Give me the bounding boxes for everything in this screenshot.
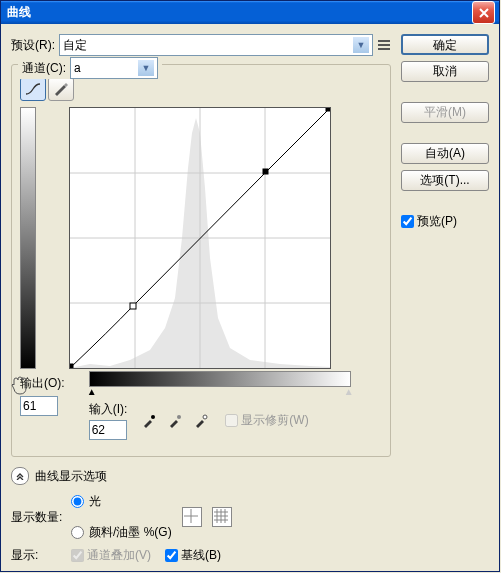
overlay-checkbox: 通道叠加(V) [71, 547, 151, 564]
close-button[interactable] [472, 1, 495, 24]
grid-fine-button[interactable] [212, 507, 232, 527]
grid-coarse-button[interactable] [182, 507, 202, 527]
light-radio[interactable]: 光 [71, 493, 172, 510]
curve-tool-button[interactable] [20, 77, 46, 101]
output-gradient [20, 107, 36, 369]
svg-rect-10 [130, 303, 136, 309]
svg-point-14 [177, 415, 181, 419]
white-slider[interactable]: ▲ [344, 386, 354, 397]
black-slider[interactable]: ▲ [87, 386, 97, 397]
expand-label: 曲线显示选项 [35, 468, 107, 485]
smooth-button: 平滑(M) [401, 102, 489, 123]
preview-checkbox[interactable]: 预览(P) [401, 213, 489, 230]
ink-radio[interactable]: 颜料/油墨 %(G) [71, 524, 172, 541]
preset-combo[interactable]: 自定 ▼ [59, 34, 373, 56]
input-gradient[interactable]: ▲ ▲ [89, 371, 351, 387]
svg-rect-11 [263, 169, 268, 174]
channel-label: 通道(C): [22, 60, 66, 77]
svg-rect-9 [70, 364, 73, 368]
black-eyedropper-icon[interactable] [139, 411, 159, 431]
ok-button[interactable]: 确定 [401, 34, 489, 55]
channel-value: a [74, 61, 81, 75]
channel-combo[interactable]: a ▼ [70, 57, 158, 79]
curve-fieldset: 通道(C): a ▼ [11, 64, 391, 457]
preset-label: 预设(R): [11, 37, 55, 54]
chevron-down-icon: ▼ [138, 60, 154, 76]
gray-eyedropper-icon[interactable] [165, 411, 185, 431]
intersect-checkbox[interactable]: 交叉线(N) [154, 570, 223, 572]
svg-rect-1 [378, 44, 390, 46]
show-clip-checkbox: 显示修剪(W) [225, 412, 308, 429]
svg-rect-2 [378, 48, 390, 50]
titlebar: 曲线 [1, 1, 499, 24]
auto-button[interactable]: 自动(A) [401, 143, 489, 164]
chevron-down-icon: ▼ [353, 37, 369, 53]
histogram-checkbox[interactable]: 直方图(H) [71, 570, 140, 572]
amount-label: 显示数量: [11, 509, 67, 526]
input-label: 输入(I): [89, 401, 128, 418]
hand-tool-icon[interactable] [8, 375, 30, 400]
pencil-tool-button[interactable] [48, 77, 74, 101]
svg-rect-0 [378, 40, 390, 42]
baseline-checkbox[interactable]: 基线(B) [165, 547, 221, 564]
show-label: 显示: [11, 547, 67, 564]
options-button[interactable]: 选项(T)... [401, 170, 489, 191]
cancel-button[interactable]: 取消 [401, 61, 489, 82]
svg-point-13 [151, 415, 155, 419]
preset-menu-icon[interactable] [377, 38, 391, 52]
dialog-title: 曲线 [5, 4, 472, 21]
svg-point-15 [203, 415, 207, 419]
preset-value: 自定 [63, 37, 87, 54]
white-eyedropper-icon[interactable] [191, 411, 211, 431]
curve-canvas[interactable] [69, 107, 331, 369]
expand-options-button[interactable] [11, 467, 29, 485]
svg-rect-12 [326, 108, 330, 111]
input-input[interactable] [89, 420, 127, 440]
